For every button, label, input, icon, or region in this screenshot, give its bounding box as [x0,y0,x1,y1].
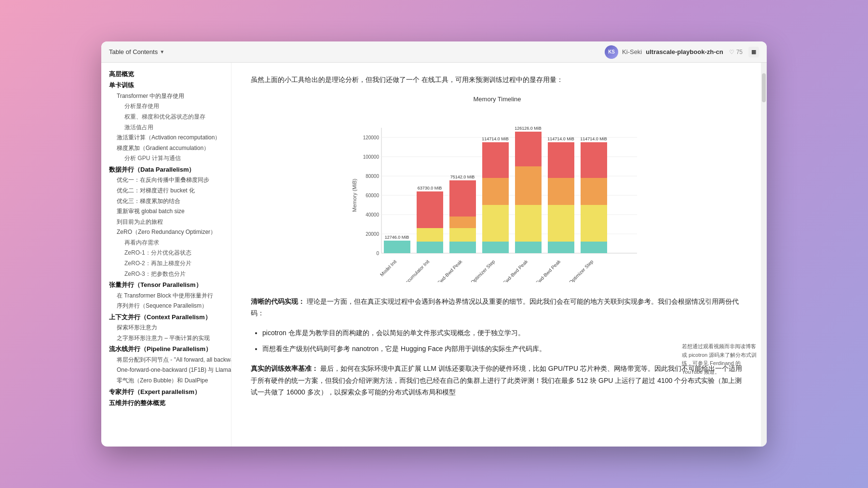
code-section: 清晰的代码实现： 理论是一方面，但在真正实现过程中会遇到各种边界情况以及重要的细… [251,296,744,319]
svg-rect-34 [515,166,542,205]
svg-rect-22 [449,242,476,253]
calendar-glyph: ▦ [751,49,756,55]
svg-rect-20 [417,191,443,228]
svg-rect-43 [581,205,607,242]
sidebar-item[interactable]: ZeRO-1：分片优化器状态 [109,248,223,258]
side-note: 若想通过观看视频而非阅读博客或 picotron 源码来了解分布式训练，可参见 … [682,342,759,376]
scrollbar-thumb[interactable] [762,73,766,102]
benchmark-section-text: 最后，如何在实际环境中真正扩展 LLM 训练还要取决于你的硬件环境，比如 GPU… [251,365,742,396]
svg-text:2nd Fwd-Bwd Peak: 2nd Fwd-Bwd Peak [528,258,562,282]
svg-text:75142.0 MiB: 75142.0 MiB [450,175,475,179]
chart-title: Memory Timeline [348,95,647,103]
bullet-item-2: 而想看生产级别代码则可参考 nanotron，它是 Hugging Face 内… [262,343,744,355]
svg-text:Fwd-Bwd Peak: Fwd-Bwd Peak [436,258,463,282]
svg-rect-27 [482,242,509,253]
sidebar-item[interactable]: ZeRO（Zero Redundancy Optimizer） [109,227,223,238]
main-window: Table of Contents ▼ KS Ki-Seki ultrascal… [101,41,767,447]
svg-text:126126.0 MiB: 126126.0 MiB [515,126,542,131]
sidebar-item[interactable]: 单卡训练 [109,80,223,91]
svg-rect-35 [515,132,542,166]
toc-toggle[interactable]: Table of Contents ▼ [109,48,164,55]
sidebar-item[interactable]: 数据并行（Data Parallelism） [109,164,223,175]
svg-rect-37 [548,242,574,253]
sidebar-item[interactable]: 上下文并行（Context Parallelism） [109,312,223,323]
svg-text:40000: 40000 [366,212,379,217]
svg-rect-40 [548,142,574,178]
svg-rect-42 [581,242,607,253]
sidebar-item[interactable]: 分析 GPU 计算与通信 [109,153,223,164]
memory-timeline-chart: Memory (MiB) 0 20000 40000 6 [348,108,647,282]
svg-text:114714.0 MiB: 114714.0 MiB [580,136,607,141]
svg-text:114714.0 MiB: 114714.0 MiB [547,136,574,141]
svg-text:80000: 80000 [366,174,379,179]
sidebar-item[interactable]: 优化三：梯度累加的结合 [109,196,223,207]
author-name: Ki-Seki [622,48,642,55]
doc-title: ultrascale-playbook-zh-cn [646,48,723,55]
titlebar-right: KS Ki-Seki ultrascale-playbook-zh-cn ♡ 7… [605,45,759,59]
heart-badge[interactable]: ♡ 75 [729,49,743,55]
sidebar-item[interactable]: 分析显存使用 [109,101,223,112]
code-section-text: 理论是一方面，但在真正实现过程中会遇到各种边界情况以及重要的细节。因此我们会在可… [251,298,739,317]
sidebar-item[interactable]: 优化一：在反向传播中重叠梯度同步 [109,175,223,186]
sidebar-item[interactable]: 流水线并行（Pipeline Parallelism） [109,343,223,354]
toc-arrow: ▼ [160,49,164,54]
sidebar-item[interactable]: ZeRO-3：把参数也分片 [109,269,223,280]
sidebar-item[interactable]: 优化二：对梯度进行 bucket 化 [109,186,223,196]
svg-rect-32 [515,242,542,253]
bullet-item-1: picotron 仓库是为教学目的而构建的，会以简短的单文件形式实现概念，便于独… [262,327,744,339]
sidebar-item[interactable]: ZeRO-2：再加上梯度分片 [109,258,223,269]
sidebar-item[interactable]: 之字形环形注意力 – 平衡计算的实现 [109,333,223,344]
titlebar: Table of Contents ▼ KS Ki-Seki ultrascal… [101,41,767,63]
sidebar-item[interactable]: 高层概览 [109,68,223,80]
svg-rect-39 [548,178,574,205]
svg-text:Memory (MiB): Memory (MiB) [352,178,357,212]
svg-rect-44 [581,178,607,205]
svg-text:2nd Optimizer Step: 2nd Optimizer Step [561,258,595,282]
scrollbar[interactable] [761,63,767,447]
sidebar-item[interactable]: 序列并行（Sequence Parallelism） [109,301,223,312]
chart-container: Memory Timeline Memory (MiB) 0 20000 [348,95,647,282]
calendar-icon[interactable]: ▦ [748,47,759,57]
svg-rect-25 [449,180,476,217]
sidebar-item[interactable]: 梯度累加（Gradient accumulation） [109,143,223,154]
sidebar-item[interactable]: 权重、梯度和优化器状态的显存 [109,112,223,122]
sidebar-item[interactable]: 激活重计算（Activation recomputation） [109,133,223,143]
sidebar-item[interactable]: 在 Transformer Block 中使用张量并行 [109,291,223,301]
svg-text:120000: 120000 [363,135,380,140]
main-content: 虽然上面的小工具给出的是理论分析，但我们还做了一个 在线工具，可用来预测训练过程… [231,63,767,447]
sidebar: 高层概览单卡训练Transformer 中的显存使用分析显存使用权重、梯度和优化… [101,63,231,447]
sidebar-item[interactable]: 专家并行（Expert parallelism） [109,386,223,397]
sidebar-item[interactable]: 激活值占用 [109,122,223,133]
benchmark-section-bold: 真实的训练效率基准： [251,365,318,372]
svg-text:12746.0 MiB: 12746.0 MiB [385,235,409,240]
svg-text:60000: 60000 [366,193,379,198]
sidebar-item[interactable]: Transformer 中的显存使用 [109,91,223,102]
svg-rect-28 [482,205,509,242]
heart-icon: ♡ [729,49,734,55]
svg-rect-19 [417,228,443,242]
svg-rect-38 [548,205,574,242]
sidebar-item[interactable]: 重新审视 global batch size [109,206,223,217]
content-area: 高层概览单卡训练Transformer 中的显存使用分析显存使用权重、梯度和优化… [101,63,767,447]
sidebar-item[interactable]: 零气泡（Zero Bubble）和 DualPipe [109,376,223,386]
svg-rect-29 [482,178,509,205]
sidebar-item[interactable]: 再看内存需求 [109,238,223,248]
sidebar-item[interactable]: 到目前为止的旅程 [109,217,223,228]
svg-rect-24 [449,217,476,228]
sidebar-item[interactable]: 张量并行（Tensor Parallelism） [109,279,223,290]
svg-rect-18 [417,242,443,253]
svg-text:Model Init: Model Init [379,258,398,277]
svg-rect-16 [384,241,410,253]
avatar: KS [605,45,618,59]
code-section-bold: 清晰的代码实现： [251,298,305,305]
sidebar-item[interactable]: 探索环形注意力 [109,323,223,333]
svg-text:100000: 100000 [363,154,380,160]
sidebar-item[interactable]: 五维并行的整体概览 [109,397,223,408]
intro-paragraph: 虽然上面的小工具给出的是理论分析，但我们还做了一个 在线工具，可用来预测训练过程… [251,74,744,86]
svg-text:114714.0 MiB: 114714.0 MiB [482,136,509,141]
svg-rect-23 [449,228,476,242]
svg-rect-33 [515,205,542,242]
sidebar-item[interactable]: 将层分配到不同节点 - "All forward, all backward" [109,355,223,366]
svg-rect-30 [482,142,509,178]
sidebar-item[interactable]: One-forward-one-backward (1F1B) 与 Llama … [109,365,223,376]
